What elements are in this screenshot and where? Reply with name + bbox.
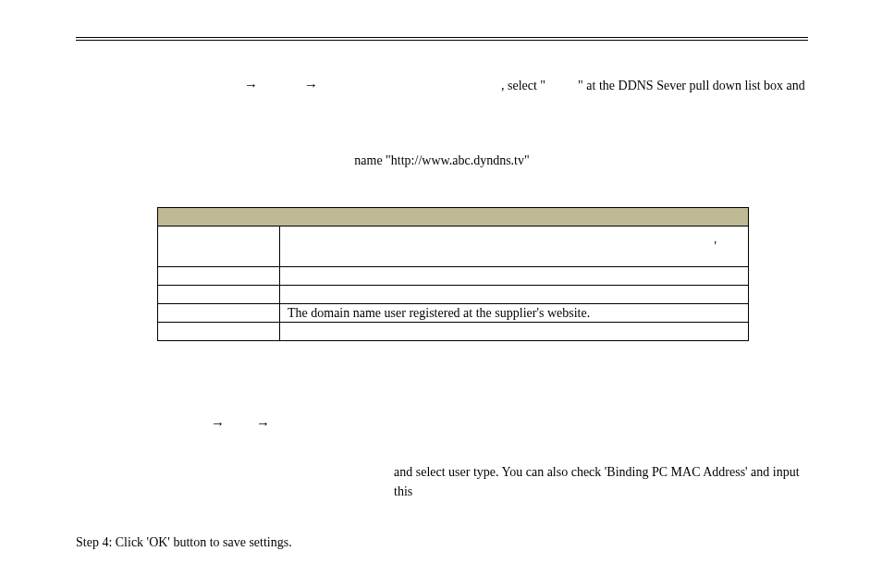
header-rule xyxy=(76,37,808,41)
table-cell-left xyxy=(158,286,280,304)
table-header xyxy=(158,208,749,227)
arrow-icon: → xyxy=(304,77,318,92)
table-row: The domain name user registered at the s… xyxy=(158,304,749,323)
parameters-table: ' The domain name user registered at the… xyxy=(157,207,749,341)
step4-line: Step 4: Click 'OK' button to save settin… xyxy=(76,533,808,552)
table-cell-right: ' xyxy=(280,227,749,267)
table-row xyxy=(158,323,749,341)
table-cell-left xyxy=(158,267,280,286)
table-cell-right: The domain name user registered at the s… xyxy=(280,304,749,323)
arrow-icon: → xyxy=(244,77,258,92)
center-line: name "http://www.abc.dyndns.tv" xyxy=(76,151,808,170)
arrow-icon: → xyxy=(256,415,270,431)
step3-text-2: " at the DDNS Sever pull down list box a… xyxy=(578,79,805,92)
table-cell-left xyxy=(158,323,280,341)
table-cell-right xyxy=(280,286,749,304)
table-cell-right xyxy=(280,323,749,341)
table-cell-left xyxy=(158,304,280,323)
step3-bottom-line: and select user type. You can also check… xyxy=(394,462,808,501)
table-cell-left xyxy=(158,227,280,267)
table-row: ' xyxy=(158,227,749,267)
step3-top-line: → → , select " " at the DDNS Sever pull … xyxy=(76,76,808,95)
step2-line: → → xyxy=(76,415,808,431)
arrow-icon: → xyxy=(211,415,225,431)
step3-text-1: , select " xyxy=(501,79,545,92)
table-row xyxy=(158,267,749,286)
table-cell-right xyxy=(280,267,749,286)
table-row xyxy=(158,286,749,304)
